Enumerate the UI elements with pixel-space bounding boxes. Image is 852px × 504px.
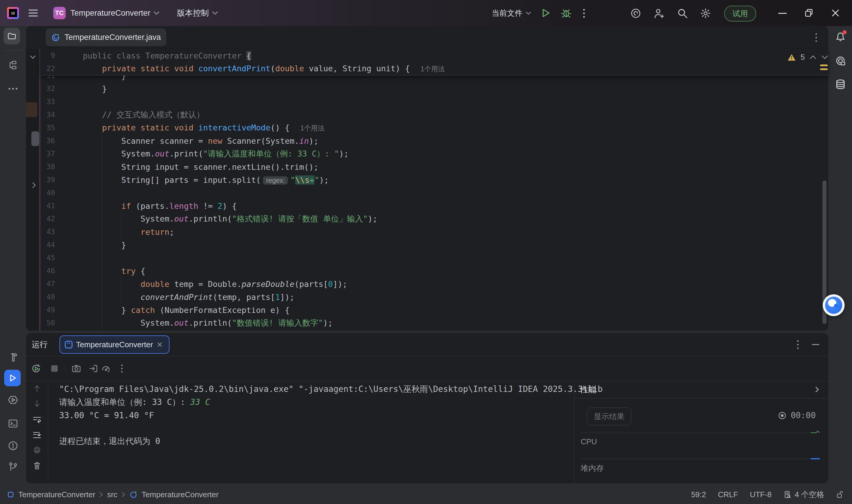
caret-position[interactable]: 59:2: [691, 490, 706, 499]
console-line-3[interactable]: 33.00 °C = 91.40 °F: [59, 409, 574, 422]
performance-header[interactable]: 性能: [574, 381, 829, 398]
code-lines[interactable]: 31 }32 }3334 // 交互式输入模式（默认）35 private st…: [40, 75, 828, 329]
project-widget[interactable]: TemperatureConverter: [70, 0, 160, 26]
code-line-41[interactable]: 41 if (parts.length != 2) {: [40, 199, 828, 212]
rerun-button[interactable]: [31, 363, 41, 374]
run-tab-selected[interactable]: TemperatureConverter: [59, 336, 169, 354]
ai-assistant-icon[interactable]: [630, 8, 641, 19]
build-tool-button[interactable]: [5, 351, 21, 364]
floating-assistant-sphere[interactable]: [823, 294, 845, 316]
ai-chat-button[interactable]: [835, 56, 846, 67]
settings-gear-icon[interactable]: [700, 8, 711, 19]
expand-chevron-icon[interactable]: [32, 182, 36, 189]
close-icon[interactable]: [157, 341, 163, 348]
restore-button[interactable]: [804, 8, 814, 18]
git-tool-button[interactable]: [5, 460, 21, 473]
run-panel-more-icon[interactable]: [796, 340, 799, 349]
code-line-49[interactable]: 49 } catch (NumberFormatException e) {: [40, 304, 828, 317]
highlight-level-bar[interactable]: [820, 68, 828, 70]
database-button[interactable]: [835, 79, 846, 90]
console-line-1[interactable]: "C:\Program Files\Java\jdk-25.0.2\bin\ja…: [59, 383, 574, 396]
stop-button[interactable]: [49, 363, 60, 374]
soft-wrap-icon[interactable]: [31, 414, 43, 425]
code-line-9[interactable]: 9public class TemperatureConverter {: [40, 49, 828, 62]
tab-bar-more-icon[interactable]: [815, 33, 818, 42]
structure-tool-button[interactable]: [5, 58, 21, 72]
collapse-chevron-icon[interactable]: [30, 55, 36, 59]
intellij-logo-icon[interactable]: IJ: [7, 7, 19, 19]
main-menu-icon[interactable]: [29, 9, 38, 17]
code-line-34[interactable]: 34 // 交互式输入模式（默认）: [40, 108, 828, 121]
line-ending[interactable]: CRLF: [718, 490, 738, 499]
run-panel-hide-icon[interactable]: [812, 344, 819, 345]
code-line-50[interactable]: 50 System.out.println("数值错误! 请输入数字");: [40, 317, 828, 329]
screenshot-button[interactable]: [71, 363, 81, 374]
trial-button[interactable]: 试用: [724, 6, 756, 22]
code-line-48[interactable]: 48 convertAndPrint(temp, parts[1]);: [40, 290, 828, 304]
code-line-33[interactable]: 33: [40, 95, 828, 108]
record-icon[interactable]: [778, 411, 786, 420]
file-encoding[interactable]: UTF-8: [750, 490, 772, 499]
terminal-tool-button[interactable]: [5, 417, 21, 430]
unlock-icon[interactable]: [836, 490, 844, 499]
console-line-5[interactable]: 进程已结束，退出代码为 0: [59, 435, 574, 448]
notifications-button[interactable]: [835, 31, 846, 42]
code-line-44[interactable]: 44 }: [40, 238, 828, 251]
inspection-widget[interactable]: 5: [787, 53, 828, 62]
code-line-32[interactable]: 32 }: [40, 82, 828, 95]
code-line-38[interactable]: 38 String input = scanner.nextLine().tri…: [40, 160, 828, 173]
scroll-to-end-icon[interactable]: [31, 430, 43, 440]
highlight-level-bar[interactable]: [820, 65, 828, 66]
java-class-icon: [129, 490, 138, 499]
editor-tab[interactable]: TemperatureConverter.java: [46, 29, 166, 46]
debug-button[interactable]: [561, 8, 572, 18]
show-results-button[interactable]: 显示结果: [587, 408, 631, 425]
next-warning-icon[interactable]: [821, 55, 828, 59]
more-tool-windows-button[interactable]: [5, 82, 21, 95]
terminal-icon: [8, 418, 18, 429]
breadcrumb-class[interactable]: TemperatureConverter: [142, 490, 219, 499]
vcs-widget[interactable]: 版本控制: [177, 0, 218, 26]
minimize-button[interactable]: [778, 13, 787, 14]
code-line-35[interactable]: 35 private static void interactiveMode()…: [40, 121, 828, 134]
project-icon[interactable]: TC: [53, 7, 66, 19]
run-panel-header: 运行 TemperatureConverter: [26, 333, 828, 356]
run-button[interactable]: [540, 8, 551, 18]
code-line-46[interactable]: 46 try {: [40, 265, 828, 277]
code-line-36[interactable]: 36 Scanner scanner = new Scanner(System.…: [40, 134, 828, 147]
code-line-43[interactable]: 43 return;: [40, 226, 828, 238]
indent-widget[interactable]: 4 个空格: [783, 489, 824, 500]
strip-scrollbar-thumb[interactable]: [31, 131, 39, 146]
clear-trash-icon[interactable]: [31, 460, 43, 471]
profiler-button[interactable]: [101, 363, 111, 374]
code-line-45[interactable]: 45: [40, 251, 828, 265]
code-line-47[interactable]: 47 double temp = Double.parseDouble(part…: [40, 277, 828, 290]
console-line-2[interactable]: 请输入温度和单位（例: 33 C）: 33 C: [59, 396, 574, 409]
prev-warning-icon[interactable]: [810, 55, 816, 59]
print-icon[interactable]: [31, 445, 43, 455]
code-line-42[interactable]: 42 System.out.println("格式错误! 请按「数值 单位」输入…: [40, 212, 828, 226]
close-button[interactable]: [831, 8, 840, 18]
add-user-icon[interactable]: [653, 8, 665, 19]
services-tool-button[interactable]: [5, 393, 21, 407]
breadcrumb-src[interactable]: src: [107, 490, 117, 499]
down-arrow-icon[interactable]: [31, 398, 43, 409]
code-line-39[interactable]: 39 String[] parts = input.split(regex:"\…: [40, 173, 828, 186]
more-actions-icon[interactable]: [582, 8, 586, 18]
run-configuration-selector[interactable]: 当前文件: [492, 0, 531, 26]
code-line-40[interactable]: 40: [40, 186, 828, 199]
run-tool-button-active[interactable]: [4, 370, 21, 386]
attach-button[interactable]: [88, 363, 99, 374]
project-tool-button[interactable]: [3, 28, 20, 44]
console-line-4[interactable]: [59, 422, 574, 435]
chevron-right-icon[interactable]: [815, 386, 819, 393]
console-output[interactable]: "C:\Program Files\Java\jdk-25.0.2\bin\ja…: [59, 383, 574, 448]
code-line-31[interactable]: 31 }: [40, 75, 828, 82]
code-line-37[interactable]: 37 System.out.print("请输入温度和单位（例: 33 C）: …: [40, 147, 828, 160]
search-icon[interactable]: [677, 8, 688, 19]
problems-tool-button[interactable]: [5, 439, 21, 452]
up-arrow-icon[interactable]: [31, 383, 43, 394]
toolbar-more-icon[interactable]: [116, 363, 127, 374]
code-line-22[interactable]: 22 private static void convertAndPrint(d…: [40, 62, 828, 75]
breadcrumb-project[interactable]: TemperatureConverter: [18, 490, 95, 499]
